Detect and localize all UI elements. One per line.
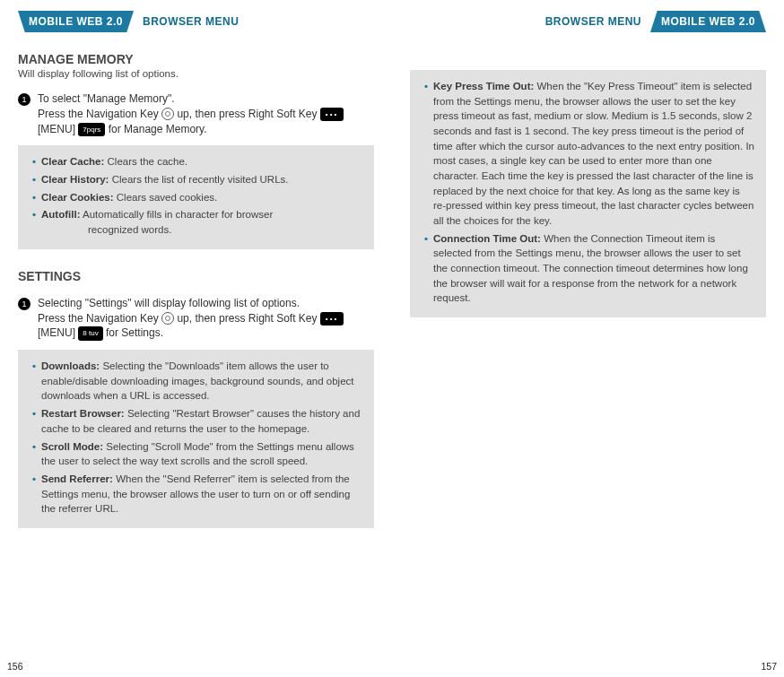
header-title-right: BROWSER MENU [545, 15, 641, 28]
step-text: To select "Manage Memory". [38, 91, 374, 107]
step-text: Selecting "Settings" will display follow… [38, 296, 374, 311]
header-title-left: BROWSER MENU [143, 15, 239, 28]
nav-key-icon [161, 108, 174, 120]
step-instruction: Press the Navigation Key up, then press … [38, 107, 374, 137]
options-box-settings: •Downloads: Selecting the "Downloads" it… [18, 350, 374, 528]
header-tab-right: MOBILE WEB 2.0 [650, 11, 766, 32]
options-box-right: •Key Press Time Out: When the "Key Press… [410, 70, 766, 317]
nav-key-icon [161, 312, 174, 325]
page-number-left: 156 [7, 661, 23, 672]
section-title-settings: SETTINGS [18, 269, 374, 283]
step-number-icon: 1 [18, 93, 30, 106]
step-number-icon: 1 [18, 298, 30, 310]
dots-key-icon: ••• [320, 108, 344, 121]
step-instruction: Press the Navigation Key up, then press … [38, 311, 374, 342]
step-1-memory: 1 To select "Manage Memory". Press the N… [18, 91, 374, 136]
section-subtitle: Will display following list of options. [18, 68, 374, 79]
header-tab-left: MOBILE WEB 2.0 [18, 11, 134, 32]
dots-key-icon: ••• [320, 312, 344, 325]
keycap-7-icon: 7pqrs [78, 123, 105, 136]
keycap-8-icon: 8 tuv [78, 326, 102, 340]
page-number-right: 157 [761, 661, 777, 672]
options-box-memory: •Clear Cache: Clears the cache. •Clear H… [18, 145, 374, 248]
section-title-manage-memory: MANAGE MEMORY [18, 52, 374, 66]
step-1-settings: 1 Selecting "Settings" will display foll… [18, 296, 374, 341]
